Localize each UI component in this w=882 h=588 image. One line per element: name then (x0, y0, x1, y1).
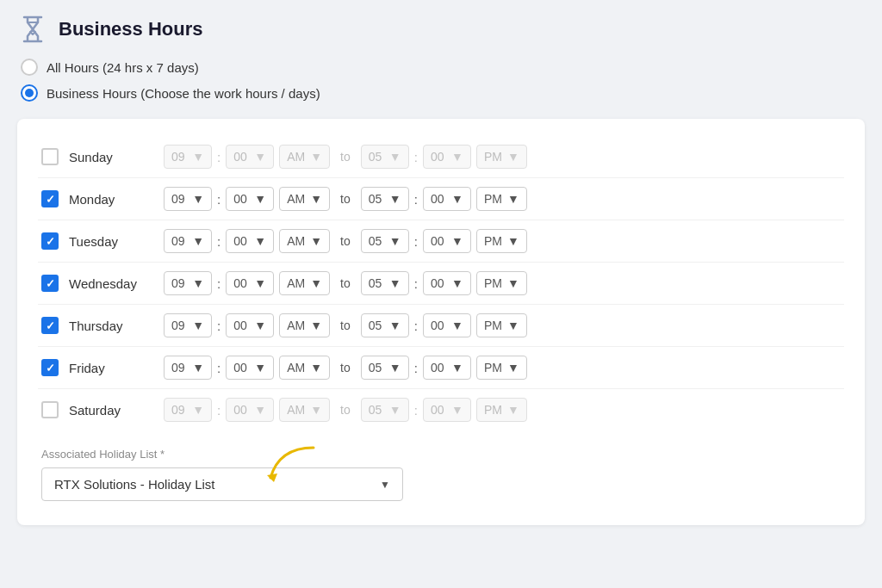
wednesday-label: Wednesday (69, 276, 164, 291)
saturday-colon2: : (414, 403, 418, 418)
tuesday-to-min[interactable]: 00▼ (423, 229, 471, 253)
monday-colon1: : (217, 192, 220, 207)
thursday-checkbox[interactable] (41, 317, 59, 334)
arrow-annotation (262, 439, 322, 491)
all-hours-radio[interactable] (21, 59, 38, 76)
thursday-from-min[interactable]: 00▼ (226, 313, 274, 337)
sunday-to-label: to (340, 150, 351, 164)
business-hours-radio[interactable] (21, 84, 38, 102)
tuesday-time-controls: 09▼ : 00▼ AM▼ to 05▼ : 00▼ PM▼ (164, 229, 844, 253)
days-container: Sunday 09▼ : 00▼ AM▼ to 05▼ : 00▼ (38, 136, 844, 430)
wednesday-from-min[interactable]: 00▼ (226, 271, 274, 295)
business-hours-option[interactable]: Business Hours (Choose the work hours / … (21, 84, 865, 102)
checkbox-wrap-saturday (38, 401, 62, 418)
monday-label: Monday (69, 192, 164, 207)
friday-from-min[interactable]: 00▼ (226, 356, 274, 380)
holiday-list-value: RTX Solutions - Holiday List (54, 477, 214, 492)
wednesday-time-controls: 09▼ : 00▼ AM▼ to 05▼ : 00▼ PM▼ (164, 271, 844, 295)
friday-to-min[interactable]: 00▼ (423, 356, 471, 380)
tuesday-to-hour[interactable]: 05▼ (361, 229, 409, 253)
hourglass-icon (17, 14, 48, 45)
saturday-label: Saturday (69, 403, 164, 418)
friday-to-ampm[interactable]: PM▼ (476, 356, 527, 380)
wednesday-to-hour[interactable]: 05▼ (361, 271, 409, 295)
wednesday-from-ampm[interactable]: AM▼ (279, 271, 330, 295)
tuesday-checkbox[interactable] (41, 232, 59, 250)
thursday-label: Thursday (69, 319, 164, 333)
day-row-saturday: Saturday 09▼ : 00▼ AM▼ to 05▼ : 00▼ (38, 389, 844, 430)
wednesday-checkbox[interactable] (41, 275, 59, 292)
thursday-to-hour[interactable]: 05▼ (361, 313, 409, 337)
friday-from-hour[interactable]: 09▼ (164, 356, 212, 380)
tuesday-to-ampm[interactable]: PM▼ (476, 229, 527, 253)
associated-holiday-label: Associated Holiday List * (41, 448, 841, 461)
thursday-from-ampm[interactable]: AM▼ (279, 313, 330, 337)
wednesday-to-min[interactable]: 00▼ (423, 271, 471, 295)
business-hours-label: Business Hours (Choose the work hours / … (47, 86, 320, 101)
sunday-to-ampm: PM▼ (476, 145, 527, 169)
friday-from-ampm[interactable]: AM▼ (279, 356, 330, 380)
friday-to-hour[interactable]: 05▼ (361, 356, 409, 380)
saturday-to-label: to (340, 403, 351, 417)
holiday-list-select[interactable]: RTX Solutions - Holiday List ▼ (41, 467, 403, 501)
page-container: Business Hours All Hours (24 hrs x 7 day… (0, 0, 882, 588)
friday-to-label: to (340, 361, 351, 374)
all-hours-option[interactable]: All Hours (24 hrs x 7 days) (21, 59, 865, 76)
all-hours-label: All Hours (24 hrs x 7 days) (47, 60, 199, 75)
svg-marker-0 (267, 473, 277, 482)
saturday-to-ampm: PM▼ (476, 398, 527, 422)
saturday-colon1: : (217, 403, 220, 418)
friday-colon1: : (217, 361, 220, 375)
page-header: Business Hours (17, 14, 865, 45)
sunday-checkbox[interactable] (41, 148, 59, 165)
monday-from-ampm[interactable]: AM▼ (279, 187, 330, 211)
monday-from-min[interactable]: 00▼ (226, 187, 274, 211)
sunday-to-min: 00▼ (423, 145, 471, 169)
checkbox-wrap-friday (38, 359, 62, 376)
monday-time-controls: 09▼ : 00▼ AM▼ to 05▼ : 00▼ PM▼ (164, 187, 844, 211)
thursday-to-min[interactable]: 00▼ (423, 313, 471, 337)
business-hours-card: Sunday 09▼ : 00▼ AM▼ to 05▼ : 00▼ (17, 119, 865, 525)
thursday-to-label: to (340, 319, 351, 332)
sunday-to-hour: 05▼ (361, 145, 409, 169)
saturday-from-hour: 09▼ (164, 398, 212, 422)
thursday-time-controls: 09▼ : 00▼ AM▼ to 05▼ : 00▼ PM▼ (164, 313, 844, 337)
saturday-time-controls: 09▼ : 00▼ AM▼ to 05▼ : 00▼ PM▼ (164, 398, 844, 422)
monday-from-hour[interactable]: 09▼ (164, 187, 212, 211)
friday-colon2: : (414, 361, 418, 375)
monday-to-ampm[interactable]: PM▼ (476, 187, 527, 211)
tuesday-from-hour[interactable]: 09▼ (164, 229, 212, 253)
tuesday-from-min[interactable]: 00▼ (226, 229, 274, 253)
sunday-from-min: 00▼ (226, 145, 274, 169)
page-title: Business Hours (59, 18, 203, 40)
monday-to-min[interactable]: 00▼ (423, 187, 471, 211)
thursday-colon2: : (414, 319, 418, 333)
friday-label: Friday (69, 361, 164, 375)
tuesday-colon1: : (217, 234, 220, 249)
saturday-checkbox[interactable] (41, 401, 59, 418)
monday-checkbox[interactable] (41, 190, 59, 207)
wednesday-colon2: : (414, 276, 418, 291)
thursday-to-ampm[interactable]: PM▼ (476, 313, 527, 337)
sunday-time-controls: 09▼ : 00▼ AM▼ to 05▼ : 00▼ PM▼ (164, 145, 844, 169)
wednesday-to-ampm[interactable]: PM▼ (476, 271, 527, 295)
friday-time-controls: 09▼ : 00▼ AM▼ to 05▼ : 00▼ PM▼ (164, 356, 844, 380)
day-row-tuesday: Tuesday 09▼ : 00▼ AM▼ to 05▼ : 00▼ (38, 220, 844, 263)
checkbox-wrap-sunday (38, 148, 62, 165)
saturday-to-min: 00▼ (423, 398, 471, 422)
tuesday-colon2: : (414, 234, 418, 249)
saturday-from-ampm: AM▼ (279, 398, 330, 422)
thursday-from-hour[interactable]: 09▼ (164, 313, 212, 337)
tuesday-label: Tuesday (69, 234, 164, 249)
day-row-friday: Friday 09▼ : 00▼ AM▼ to 05▼ : 00▼ (38, 347, 844, 389)
sunday-label: Sunday (69, 150, 164, 164)
monday-to-hour[interactable]: 05▼ (361, 187, 409, 211)
tuesday-to-label: to (340, 234, 351, 248)
day-row-sunday: Sunday 09▼ : 00▼ AM▼ to 05▼ : 00▼ (38, 136, 844, 178)
sunday-from-ampm: AM▼ (279, 145, 330, 169)
tuesday-from-ampm[interactable]: AM▼ (279, 229, 330, 253)
friday-checkbox[interactable] (41, 359, 59, 376)
day-row-monday: Monday 09▼ : 00▼ AM▼ to 05▼ : 00▼ (38, 178, 844, 220)
wednesday-from-hour[interactable]: 09▼ (164, 271, 212, 295)
saturday-from-min: 00▼ (226, 398, 274, 422)
